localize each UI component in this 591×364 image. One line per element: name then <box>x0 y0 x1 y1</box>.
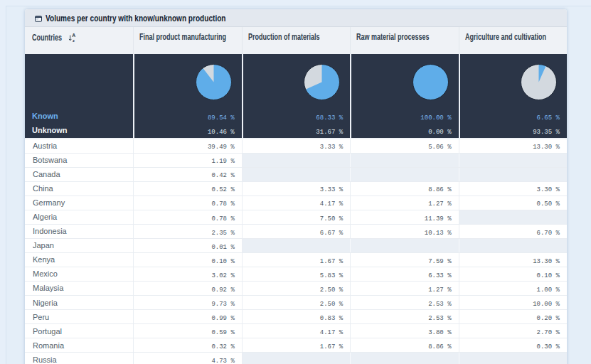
svg-text:z: z <box>73 38 75 43</box>
svg-text:A: A <box>72 33 75 38</box>
